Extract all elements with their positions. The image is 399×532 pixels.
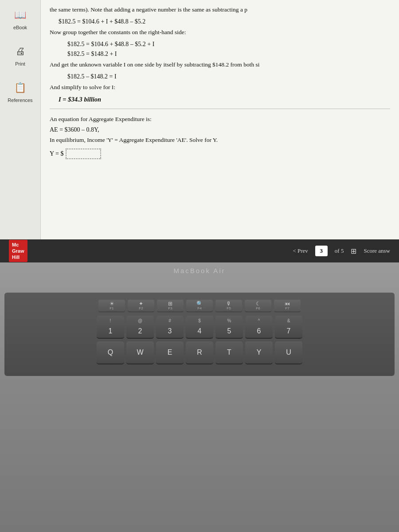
macbook-model-label: MacBook Air xyxy=(173,267,225,274)
section2-text2: In equilibrium, Income 'Y' = Aggregate E… xyxy=(50,135,390,145)
keyboard: ☀ F1 ✦ F2 ⊞ F3 🔍 F4 🎙 F5 ☾ F6 xyxy=(4,293,395,376)
sidebar-item-ebook[interactable]: 📖 eBook xyxy=(9,4,32,33)
key-4[interactable]: $ 4 xyxy=(186,316,213,339)
number-key-row: ! 1 @ 2 # 3 $ 4 % 5 ^ 6 xyxy=(10,316,389,339)
y-input-line: Y = $ xyxy=(50,149,390,159)
key-e[interactable]: E xyxy=(156,341,184,364)
key-y[interactable]: Y xyxy=(245,341,273,364)
equation-3: $182.5 = $148.2 + I xyxy=(67,51,390,58)
total-pages: of 5 xyxy=(335,247,344,254)
key-q[interactable]: Q xyxy=(97,341,124,364)
navigation-bar: Mc Graw Hill < Prev 3 of 5 ⊞ Score answ xyxy=(0,239,399,262)
f1-key[interactable]: ☀ F1 xyxy=(98,300,125,312)
qwerty-key-row: Q W E R T Y U xyxy=(10,341,389,364)
grid-icon[interactable]: ⊞ xyxy=(351,247,356,255)
key-w[interactable]: W xyxy=(126,341,154,364)
score-answer-button[interactable]: Score answ xyxy=(364,247,390,254)
equation-2: $182.5 = $104.6 + $48.8 – $5.2 + I xyxy=(67,41,390,48)
f2-key[interactable]: ✦ F2 xyxy=(128,300,154,312)
equation-4: $182.5 – $148.2 = I xyxy=(67,73,390,80)
references-label: References xyxy=(8,98,32,103)
y-answer-input[interactable] xyxy=(66,149,101,159)
unknown-text: And get the unknown variable I on one si… xyxy=(50,60,390,70)
mcgrawhill-logo: Mc Graw Hill xyxy=(9,240,27,262)
f4-key[interactable]: 🔍 F4 xyxy=(186,300,213,312)
f7-key[interactable]: ⏮ F7 xyxy=(274,300,301,312)
key-6[interactable]: ^ 6 xyxy=(245,316,273,339)
f6-key[interactable]: ☾ F6 xyxy=(245,300,271,312)
key-r[interactable]: R xyxy=(186,341,213,364)
current-page: 3 xyxy=(315,246,328,256)
group-text: Now group together the constants on the … xyxy=(50,28,390,37)
ae-equation: AE = $3600 – 0.8Y, xyxy=(50,126,390,133)
sidebar-item-references[interactable]: 📋 References xyxy=(4,77,36,106)
section-divider xyxy=(50,109,390,109)
section2-text1: An equation for Aggregate Expenditure is… xyxy=(50,114,390,124)
key-1[interactable]: ! 1 xyxy=(97,316,124,339)
key-3[interactable]: # 3 xyxy=(156,316,184,339)
f5-key[interactable]: 🎙 F5 xyxy=(215,300,242,312)
print-icon: 🖨 xyxy=(12,43,28,59)
laptop-body: MacBook Air ☀ F1 ✦ F2 ⊞ F3 🔍 F4 🎙 F5 xyxy=(0,262,399,532)
key-5[interactable]: % 5 xyxy=(215,316,243,339)
key-u[interactable]: U xyxy=(275,341,302,364)
key-7[interactable]: & 7 xyxy=(275,316,302,339)
key-t[interactable]: T xyxy=(215,341,243,364)
prev-button[interactable]: < Prev xyxy=(293,247,308,254)
print-label: Print xyxy=(15,61,25,66)
key-2[interactable]: @ 2 xyxy=(126,316,154,339)
equation-1: $182.5 = $104.6 + I + $48.8 – $5.2 xyxy=(59,18,390,25)
sidebar-item-print[interactable]: 🖨 Print xyxy=(9,41,32,69)
y-label: Y = $ xyxy=(50,150,64,157)
references-icon: 📋 xyxy=(12,80,28,96)
sidebar: 📖 eBook 🖨 Print 📋 References xyxy=(0,0,41,239)
f3-key[interactable]: ⊞ F3 xyxy=(157,300,184,312)
simplify-text: And simplify to solve for I: xyxy=(50,83,390,92)
main-content: the same terms). Note that adding a nega… xyxy=(41,0,399,239)
fn-key-row: ☀ F1 ✦ F2 ⊞ F3 🔍 F4 🎙 F5 ☾ F6 xyxy=(10,300,389,312)
intro-text: the same terms). Note that adding a nega… xyxy=(50,5,390,15)
result-line: I = $34.3 billion xyxy=(59,96,390,103)
content-area: 📖 eBook 🖨 Print 📋 References the same te… xyxy=(0,0,399,239)
ebook-label: eBook xyxy=(13,25,27,30)
ebook-icon: 📖 xyxy=(12,7,28,23)
